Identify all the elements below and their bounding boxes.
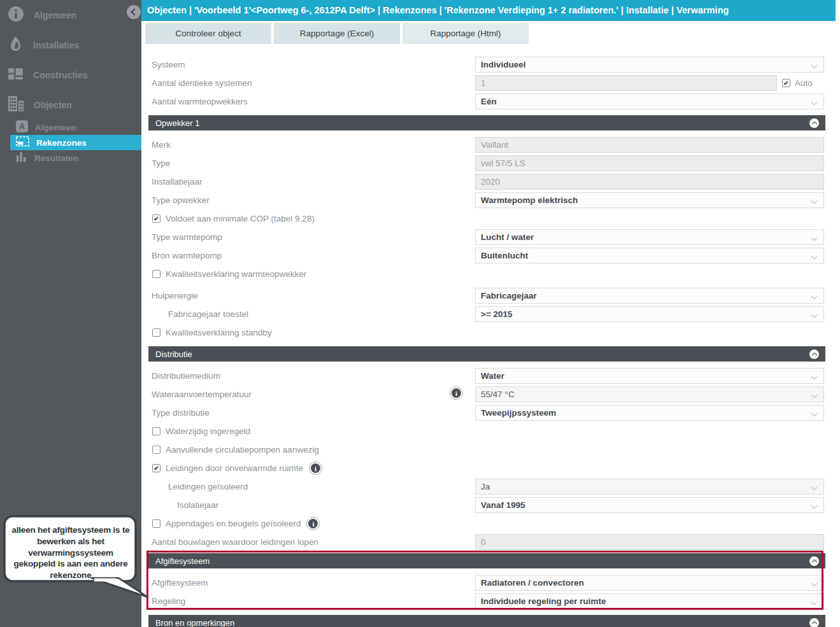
field-label: Type warmtepomp [152,232,222,242]
type-input: vwl 57/5 LS [475,155,824,171]
field-hulpenergie: Hulpenergie Fabricagejaar [141,286,840,305]
waterzijdig-checkbox[interactable] [152,427,160,435]
field-label: Hulpenergie [152,291,198,300]
sidebar-item-constructies[interactable]: Constructies [0,60,141,90]
aantal-identieke-input: 1 [475,75,777,91]
sidebar-item-installaties[interactable]: Installaties [0,30,141,60]
field-kwaliteitsverklaring-standby: Kwaliteitsverklaring standby [141,323,840,342]
regeling-dropdown[interactable]: Individuele regeling per ruimte [475,593,824,609]
field-label: Regeling [152,596,185,606]
selection-icon [15,135,30,151]
tab-rapportage-html[interactable]: Rapportage (Html) [402,23,529,44]
field-appendages-geisoleerd: Appendages en beugels geïsoleerd [141,514,840,533]
collapse-section-icon[interactable] [809,349,819,359]
section-title: Bron en opmerkingen [155,618,234,627]
checkbox-label: Voldoet aan minimale COP (tabel 9.28) [166,214,315,223]
field-leidingen-onverwarmde-ruimte: Leidingen door onverwarmde ruimte [141,459,840,477]
field-label: Merk [152,140,171,150]
tab-controleer-object[interactable]: Controleer object [145,23,271,44]
callout-tooltip: alleen het afgiftesysteem is te bewerken… [3,514,155,600]
dropdown-value: Vanaf 1995 [481,500,525,510]
auto-checkbox-group[interactable]: Auto [782,75,813,91]
kwaliteitsverklaring-standby-checkbox[interactable] [152,328,160,337]
leidingen-onverwarmd-checkbox[interactable] [152,464,160,472]
letter-a-icon: A [15,120,29,136]
circulatiepompen-checkbox[interactable] [152,446,160,454]
cop-checkbox[interactable] [152,215,160,223]
field-label: Type distributie [152,408,210,418]
dropdown-value: Individueel [481,60,526,69]
field-label: Type [152,159,170,168]
afgiftesysteem-dropdown[interactable]: Radiatoren / convectoren [475,575,824,591]
sidebar-item-label: Installaties [33,40,79,50]
auto-checkbox[interactable] [782,79,790,87]
section-bron-en-opmerkingen: Bron en opmerkingen [148,615,825,627]
systeem-dropdown[interactable]: Individueel [475,57,824,73]
field-regeling: Regeling Individuele regeling per ruimte [141,592,840,610]
field-kwaliteitsverklaring-warmteopwekker: Kwaliteitsverklaring warmteopwekker [141,265,840,283]
collapse-section-icon[interactable] [809,618,819,627]
dropdown-value: Eén [481,97,497,106]
section-title: Opwekker 1 [155,118,199,128]
field-isolatiejaar: Isolatiejaar Vanaf 1995 [141,496,840,514]
field-waterzijdig-ingeregeld: Waterzijdig ingeregeld [141,422,840,440]
type-warmtepomp-dropdown[interactable]: Lucht / water [475,229,824,245]
bron-warmtepomp-dropdown[interactable]: Buitenlucht [475,248,824,264]
breadcrumb: Objecten | 'Voorbeeld 1'<Poortweg 6-, 26… [141,0,836,21]
checkbox-label: Waterzijdig ingeregeld [166,426,250,436]
dropdown-value: Individuele regeling per ruimte [481,596,606,606]
field-label: Aantal bouwlagen waardoor leidingen lope… [152,537,318,547]
flame-icon [8,36,24,54]
field-label: Isolatiejaar [177,500,218,510]
sidebar-collapse-button[interactable] [127,5,141,19]
field-systeem: Systeem Individueel [141,55,840,74]
leidingen-geisoleerd-dropdown[interactable]: Ja [475,479,824,495]
sidebar-subitem-algemeen[interactable]: A Algemeen [10,120,141,135]
dropdown-value: Lucht / water [481,232,534,242]
hulpenergie-dropdown[interactable]: Fabricagejaar [475,288,824,304]
info-icon [8,6,24,25]
field-afgiftesysteem: Afgiftesysteem Radiatoren / convectoren [141,574,840,592]
field-label: Fabricagejaar toestel [168,309,248,319]
field-leidingen-geisoleerd: Leidingen geïsoleerd Ja [141,477,840,496]
checkbox-label: Kwaliteitsverklaring standby [166,328,272,337]
fabricagejaar-toestel-dropdown[interactable]: >= 2015 [475,306,824,322]
field-aantal-identieke-systemen: Aantal identieke systemen 1 Auto [141,74,840,92]
section-distributie: Distributie [148,346,825,362]
field-label: Type opwekker [152,195,210,205]
kwaliteitsverklaring-warmteopwekker-checkbox[interactable] [152,270,160,278]
form-panel: Systeem Individueel Aantal identieke sys… [141,46,840,627]
info-icon[interactable] [450,386,463,400]
app-window: Algemeen Installaties Constructies Objec… [0,0,840,627]
aantal-bouwlagen-input: 0 [475,534,824,550]
merk-input: Vaillant [475,137,824,153]
type-opwekker-dropdown[interactable]: Warmtepomp elektrisch [475,192,824,208]
field-label: Wateraanvoertemperatuur [152,390,252,399]
field-circulatiepompen: Aanvullende circulatiepompen aanwezig [141,440,840,459]
dropdown-value: Tweepijpssysteem [481,408,556,418]
field-installatiejaar: Installatiejaar 2020 [141,173,840,191]
checkbox-label: Leidingen door onverwarmde ruimte [166,463,303,473]
collapse-section-icon[interactable] [809,556,819,566]
tab-rapportage-excel[interactable]: Rapportage (Excel) [274,23,400,44]
info-icon[interactable] [306,517,320,530]
field-aantal-warmteopwekkers: Aantal warmteopwekkers Eén [141,92,840,111]
sidebar-item-algemeen[interactable]: Algemeen [0,0,141,30]
sidebar-subitem-resultaten[interactable]: Resultaten [10,150,141,166]
section-opwekker-1: Opwekker 1 [148,115,825,130]
field-label: Systeem [152,60,185,69]
auto-checkbox-label: Auto [795,78,813,88]
isolatiejaar-dropdown[interactable]: Vanaf 1995 [475,497,824,513]
sidebar-subitem-rekenzones[interactable]: Rekenzones [10,135,141,150]
distributiemedium-dropdown[interactable]: Water [475,368,824,384]
field-bron-warmtepomp: Bron warmtepomp Buitenlucht [141,246,840,265]
svg-text:A: A [19,122,25,131]
dropdown-value: Buitenlucht [481,251,528,260]
aantal-warmteopwekkers-dropdown[interactable]: Eén [475,94,824,109]
type-distributie-dropdown[interactable]: Tweepijpssysteem [475,405,824,421]
field-type-opwekker: Type opwekker Warmtepomp elektrisch [141,191,840,209]
collapse-section-icon[interactable] [809,118,819,128]
wateraanvoertemperatuur-dropdown[interactable]: 55/47 °C [475,386,824,402]
info-icon[interactable] [309,461,322,475]
sidebar-item-objecten[interactable]: Objecten [0,90,141,120]
